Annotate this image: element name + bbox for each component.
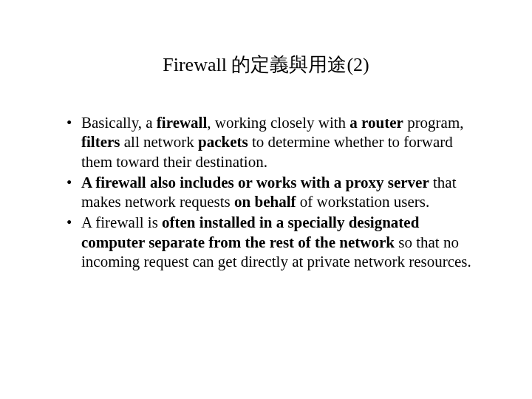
text-segment: a router	[349, 114, 403, 132]
slide-title: Firewall 的定義與用途(2)	[44, 52, 488, 78]
text-segment: filters	[81, 133, 120, 151]
text-segment: program,	[403, 114, 464, 132]
text-segment: packets	[198, 133, 248, 151]
bullet-item: Basically, a firewall, working closely w…	[66, 113, 480, 171]
bullet-list: Basically, a firewall, working closely w…	[66, 113, 480, 271]
text-segment: A firewall also includes or works with a…	[81, 174, 429, 191]
text-segment: Basically, a	[81, 114, 157, 132]
text-segment: , working closely with	[207, 114, 349, 132]
bullet-item: A firewall is often installed in a speci…	[66, 213, 480, 271]
text-segment: firewall	[157, 114, 207, 132]
slide-content: Basically, a firewall, working closely w…	[44, 113, 488, 271]
text-segment: all network	[120, 133, 198, 151]
text-segment: of workstation users.	[296, 193, 429, 211]
text-segment: on behalf	[234, 193, 296, 211]
bullet-item: A firewall also includes or works with a…	[66, 173, 480, 212]
text-segment: A firewall is	[81, 214, 162, 231]
